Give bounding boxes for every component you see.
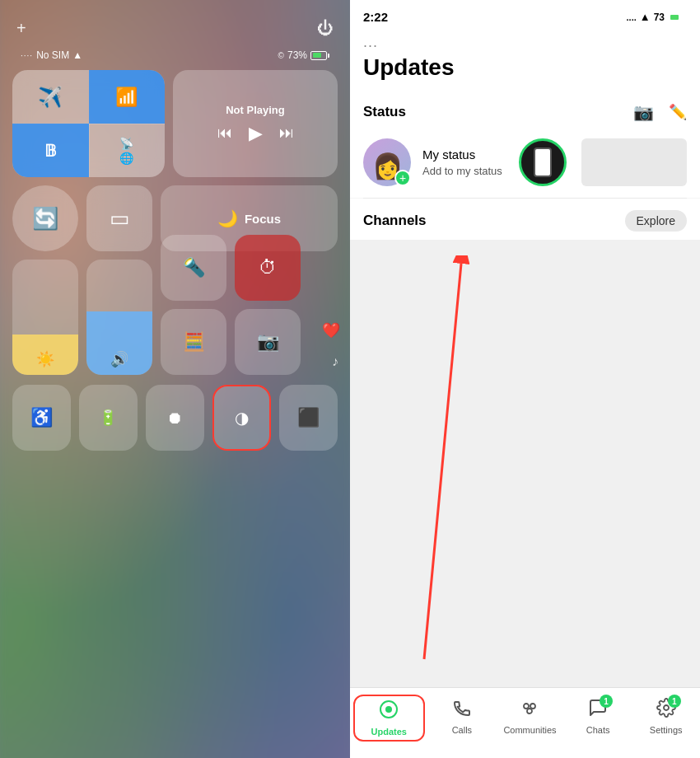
wa-bottom-nav: Updates Calls Communities xyxy=(350,687,700,758)
wa-settings-icon: 1 xyxy=(656,698,676,723)
cc-media-block[interactable]: Not Playing ⏮ ▶ ⏭ xyxy=(173,70,338,177)
wa-channels-label: Channels xyxy=(363,213,427,229)
camera-icon: 📷 xyxy=(257,331,279,353)
cc-small-row-2: 🧮 📷 xyxy=(161,309,301,375)
wa-status-row: 👩 + My status Add to my status xyxy=(350,130,700,198)
next-track-icon[interactable]: ⏭ xyxy=(279,124,294,142)
cc-dots: ···· xyxy=(21,51,33,60)
wa-three-dots[interactable]: ... xyxy=(363,34,687,51)
wa-other-status-wrap[interactable] xyxy=(519,138,567,186)
wa-settings-label: Settings xyxy=(650,725,683,735)
wa-status-right: .... ▲ 73 xyxy=(627,11,687,23)
wa-channels-empty xyxy=(350,240,700,687)
wa-status-subtext: Add to my status xyxy=(422,165,502,177)
cc-brightness-slider[interactable]: ☀️ xyxy=(12,260,78,375)
wa-chats-icon: 1 xyxy=(588,698,608,723)
wa-phone-shape xyxy=(534,147,552,177)
wa-status-section-header: Status 📷 ✏️ xyxy=(350,91,700,130)
focus-label: Focus xyxy=(245,212,281,226)
wa-chats-label: Chats xyxy=(586,725,610,735)
power-icon[interactable]: ⏻ xyxy=(317,19,334,38)
wa-status-icons: 📷 ✏️ xyxy=(633,102,687,122)
cc-accessibility[interactable]: ♿ xyxy=(12,385,71,451)
cc-screen-mirror[interactable]: ▭ xyxy=(86,185,152,251)
wa-other-status-avatar xyxy=(519,138,567,186)
wa-avatar-add-btn[interactable]: + xyxy=(394,170,411,186)
prev-track-icon[interactable]: ⏮ xyxy=(217,124,232,142)
wa-camera-icon[interactable]: 📷 xyxy=(633,102,654,122)
wa-battery-pct: 73 xyxy=(654,12,665,23)
cc-status-right: © 73% xyxy=(278,49,329,61)
cc-top-bar: + ⏻ xyxy=(12,12,338,48)
cc-camera[interactable]: 📷 xyxy=(235,309,301,375)
screen-record-icon: ⏺ xyxy=(166,409,183,428)
bluetooth-icon: 𝔹 xyxy=(44,141,57,161)
flashlight-icon: 🔦 xyxy=(183,257,205,278)
cc-bluetooth-cell[interactable]: 𝔹 xyxy=(12,124,89,177)
globe-icon: 🌐 xyxy=(119,152,133,165)
wa-communities-icon xyxy=(520,698,539,723)
cc-wifi-icon: ▲ xyxy=(72,49,82,61)
whatsapp-updates-panel: 2:22 .... ▲ 73 ... Updates Status 📷 ✏️ 👩 xyxy=(350,0,700,758)
cc-heart-icon: ❤️ xyxy=(322,321,340,339)
cc-carrier: No SIM xyxy=(36,49,69,61)
wa-my-status-info: My status Add to my status xyxy=(422,147,502,177)
wa-status-label: Status xyxy=(363,104,406,120)
cc-battery-icon xyxy=(310,51,329,60)
cc-row-3: ☀️ 🔊 🔦 ⏱ xyxy=(12,260,338,375)
screen-mirror-icon: ▭ xyxy=(110,206,130,232)
svg-point-5 xyxy=(664,705,669,710)
wa-header: ... Updates xyxy=(350,29,700,91)
cc-status-bar: ···· No SIM ▲ © 73% xyxy=(12,48,338,66)
cc-wifi-cell[interactable]: 📶 xyxy=(89,70,166,124)
settings-badge: 1 xyxy=(668,695,681,708)
wa-nav-updates[interactable]: Updates xyxy=(353,695,425,742)
wa-nav-chats[interactable]: 1 Chats xyxy=(564,695,632,742)
cc-status-left: ···· No SIM ▲ xyxy=(21,49,82,61)
cc-airdrop-cell[interactable]: 📡 🌐 xyxy=(89,124,166,177)
airplane-icon: ✈️ xyxy=(38,86,63,109)
wa-nav-calls[interactable]: Calls xyxy=(428,695,497,742)
rotation-lock-icon: 🔄 xyxy=(32,206,58,232)
airdrop-icon: 📡 xyxy=(119,137,133,150)
cc-battery-widget[interactable]: 🔋 xyxy=(79,385,138,451)
battery-widget-icon: 🔋 xyxy=(99,409,117,427)
calculator-icon: 🧮 xyxy=(183,331,205,353)
cc-volume-slider[interactable]: 🔊 xyxy=(86,260,152,375)
wa-communities-label: Communities xyxy=(503,725,556,735)
cc-copyright-icon: © xyxy=(278,51,284,60)
wa-wifi-icon: ▲ xyxy=(640,11,651,23)
wa-time: 2:22 xyxy=(363,10,388,24)
wa-edit-icon[interactable]: ✏️ xyxy=(669,103,687,121)
brightness-icon: ☀️ xyxy=(36,350,54,368)
cc-container: + ⏻ ···· No SIM ▲ © 73% xyxy=(0,0,350,758)
cc-airplane-cell[interactable]: ✈️ xyxy=(12,70,89,124)
svg-point-1 xyxy=(385,706,392,713)
cc-small-blocks: 🔦 ⏱ 🧮 📷 xyxy=(161,235,301,375)
cc-screen-record[interactable]: ⏺ xyxy=(146,385,204,451)
wa-my-status-avatar-wrap[interactable]: 👩 + xyxy=(363,138,411,186)
play-icon[interactable]: ▶ xyxy=(249,123,263,144)
wa-explore-button[interactable]: Explore xyxy=(625,210,687,232)
cc-calculator[interactable]: 🧮 xyxy=(161,309,226,375)
wa-updates-icon xyxy=(379,700,399,724)
wa-signal-dots: .... xyxy=(627,12,637,22)
cc-battery-pct: 73% xyxy=(287,49,307,61)
cc-dark-mode[interactable]: ◑ xyxy=(212,385,271,451)
wa-calls-icon xyxy=(452,698,472,723)
wa-channels-header: Channels Explore xyxy=(350,199,700,240)
cc-flashlight[interactable]: 🔦 xyxy=(161,235,226,301)
wa-nav-settings[interactable]: 1 Settings xyxy=(632,695,700,742)
chats-badge: 1 xyxy=(600,695,613,708)
wifi-toggle-icon: 📶 xyxy=(115,87,138,108)
cc-music-icon: ♪ xyxy=(332,354,338,369)
cc-rotation-lock[interactable]: 🔄 xyxy=(12,185,78,251)
plus-icon[interactable]: + xyxy=(16,19,26,38)
dark-mode-icon: ◑ xyxy=(235,408,249,428)
wa-nav-communities[interactable]: Communities xyxy=(496,695,564,742)
cc-timer[interactable]: ⏱ xyxy=(235,235,301,301)
cc-qr-scanner[interactable]: ⬛ xyxy=(279,385,338,451)
wa-page-title: Updates xyxy=(363,54,687,81)
cc-connectivity-block[interactable]: ✈️ 📶 𝔹 📡 🌐 xyxy=(12,70,165,177)
svg-point-3 xyxy=(530,704,535,709)
